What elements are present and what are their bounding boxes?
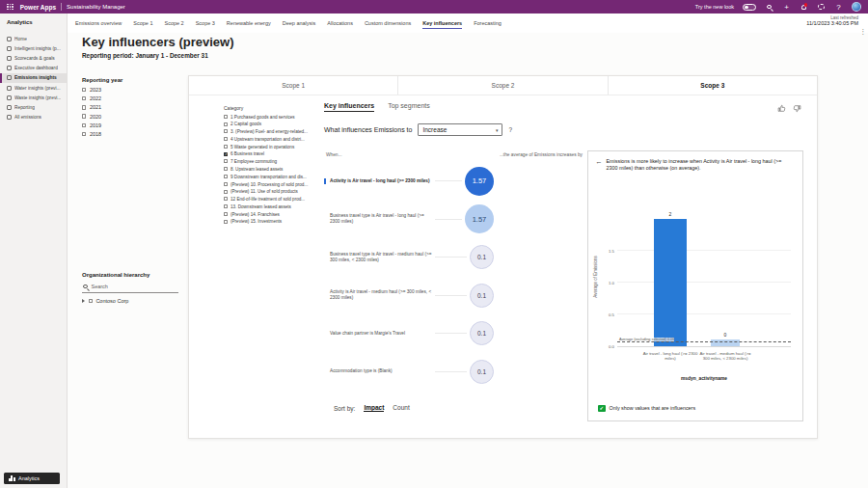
influencer-row-4[interactable]: Activity is Air travel - medium haul (>=… [324, 277, 494, 315]
influencer-bubble[interactable]: 1.57 [465, 167, 494, 196]
scope-tab-scope-2[interactable]: Scope 2 [397, 76, 607, 95]
checkbox-icon[interactable] [82, 123, 86, 127]
thumbs-down-icon[interactable] [793, 104, 801, 113]
category-item-5-waste-generated-in-operation[interactable]: 5 Waste generated in operations [224, 145, 317, 149]
nav-tab-renewable-energy[interactable]: Renewable energy [227, 20, 271, 28]
checkbox-icon[interactable] [224, 145, 228, 149]
influencer-bubble[interactable]: 0.1 [470, 284, 494, 308]
category-item-preview-11-use-of-sold-product[interactable]: (Preview) 11. Use of sold products [224, 189, 317, 194]
nav-tab-scope-1[interactable]: Scope 1 [133, 20, 152, 28]
sidebar-item-water-insights-previ[interactable]: Water insights (previ... [0, 83, 67, 93]
notifications-icon[interactable] [800, 3, 808, 12]
influence-direction-dropdown[interactable]: Increase ▾ [418, 123, 502, 136]
sidebar-item-intelligent-insights-p[interactable]: Intelligent insights (p... [0, 43, 67, 53]
category-item-6-business-travel[interactable]: 6 Business travel [224, 151, 317, 156]
category-item-9-downstream-transportation-an[interactable]: 9 Downstream transportation and dis... [224, 175, 317, 179]
checkbox-icon[interactable] [224, 115, 228, 119]
sidebar-item-home[interactable]: Home [0, 34, 67, 43]
checkbox-icon[interactable] [224, 137, 228, 141]
checkbox-checked-icon[interactable] [224, 152, 228, 156]
category-item-2-capital-goods[interactable]: 2 Capital goods [224, 122, 317, 126]
checkbox-icon[interactable] [89, 299, 93, 303]
chevron-right-icon[interactable] [82, 299, 85, 303]
influencer-bubble[interactable]: 0.1 [470, 321, 494, 345]
sort-option-impact[interactable]: Impact [364, 404, 384, 412]
category-item-13-downstream-leased-assets[interactable]: 13. Downstream leased assets [224, 204, 317, 209]
checkbox-icon[interactable] [224, 204, 228, 208]
checkbox-icon[interactable] [82, 132, 86, 136]
category-item-3-preview-fuel-and-energy-rela[interactable]: 3. (Preview) Fuel- and energy-related... [224, 129, 317, 134]
org-search-input[interactable]: Search [82, 282, 178, 293]
reporting-year-2018[interactable]: 2018 [82, 131, 178, 137]
nav-tab-deep-analysis[interactable]: Deep analysis [283, 20, 316, 28]
sidebar-item-waste-insights-previ[interactable]: Waste insights (previ... [0, 93, 67, 102]
category-item-12-end-of-life-treatment-of-so[interactable]: 12 End-of-life treatment of sold prod... [224, 197, 317, 202]
reporting-year-2023[interactable]: 2023 [82, 87, 178, 93]
influencer-row-2[interactable]: Business travel type is Air travel - lon… [324, 201, 494, 239]
checkbox-icon[interactable] [224, 175, 228, 178]
influencer-row-5[interactable]: Value chain partner is Margie's Travel0.… [324, 314, 494, 353]
checkbox-icon[interactable] [224, 220, 228, 224]
category-item-7-employee-commuting[interactable]: 7 Employee commuting [224, 159, 317, 164]
reporting-year-2019[interactable]: 2019 [82, 122, 178, 128]
checkbox-icon[interactable] [82, 114, 86, 118]
influencer-row-1[interactable]: Activity is Air travel - long haul (>= 2… [324, 162, 494, 201]
category-item-preview-15-investments[interactable]: (Preview) 15. Investments [224, 219, 317, 224]
checkbox-icon[interactable] [224, 190, 228, 194]
tab-top-segments[interactable]: Top segments [388, 102, 430, 112]
tree-item-contoso-corp[interactable]: Contoso Corp [82, 298, 183, 304]
nav-tab-allocations[interactable]: Allocations [327, 20, 353, 28]
influencer-bubble[interactable]: 0.1 [470, 245, 494, 269]
category-item-8-upstream-leased-assets[interactable]: 8. Upstream leased assets [224, 167, 317, 172]
tab-key-influencers[interactable]: Key influencers [324, 102, 374, 112]
settings-icon[interactable] [817, 3, 826, 12]
back-icon[interactable]: ← [595, 158, 603, 173]
checkbox-icon[interactable] [82, 96, 86, 100]
influencer-bubble[interactable]: 1.57 [465, 204, 494, 233]
checkbox-icon[interactable] [82, 88, 86, 92]
help-icon[interactable]: ? [508, 126, 512, 133]
checkbox-icon[interactable] [224, 159, 228, 163]
sort-option-count[interactable]: Count [393, 404, 409, 412]
influencer-bubble[interactable]: 0.1 [470, 360, 494, 384]
checkbox-icon[interactable] [224, 212, 228, 216]
app-name[interactable]: Power Apps [20, 4, 56, 11]
checkbox-icon[interactable] [224, 129, 228, 133]
nav-tab-forecasting[interactable]: Forecasting [474, 20, 502, 28]
sidebar-item-scorecards-goals[interactable]: Scorecards & goals [0, 53, 67, 63]
sidebar-item-reporting[interactable]: Reporting [0, 102, 67, 112]
add-icon[interactable]: + [782, 3, 791, 12]
checkbox-icon[interactable] [82, 105, 86, 109]
scope-tab-scope-1[interactable]: Scope 1 [189, 76, 397, 95]
checkbox-icon[interactable] [224, 182, 228, 186]
category-item-1-purchased-goods-and-services[interactable]: 1 Purchased goods and services [224, 115, 317, 120]
scope-tab-scope-3[interactable]: Scope 3 [608, 76, 817, 95]
influencer-row-3[interactable]: Business travel type is Air travel - med… [324, 238, 494, 277]
category-item-4-upstream-transportation-and-[interactable]: 4 Upstream transportation and distri... [224, 137, 317, 142]
help-icon[interactable]: ? [834, 3, 843, 12]
sidebar-item-all-emissions[interactable]: All emissions [0, 113, 67, 122]
category-item-preview-10-processing-of-sold-[interactable]: (Preview) 10. Processing of sold prod... [224, 182, 317, 187]
search-icon[interactable] [765, 3, 773, 12]
influencer-row-6[interactable]: Accommodation type is (Blank)0.1 [324, 353, 494, 392]
waffle-icon[interactable] [7, 4, 14, 11]
thumbs-up-icon[interactable] [777, 104, 786, 113]
avatar[interactable] [852, 2, 861, 12]
nav-tab-scope-2[interactable]: Scope 2 [164, 20, 183, 28]
category-item-preview-14-franchises[interactable]: (Preview) 14. Franchises [224, 212, 317, 217]
bar-air-travel-long-haul-2300[interactable] [654, 219, 687, 346]
analytics-app-chip[interactable]: Analytics [4, 473, 60, 484]
reporting-year-2020[interactable]: 2020 [82, 114, 178, 120]
nav-tab-key-influencers[interactable]: Key influencers [422, 20, 462, 29]
nav-tab-custom-dimensions[interactable]: Custom dimensions [365, 20, 411, 28]
reporting-year-2022[interactable]: 2022 [82, 95, 178, 101]
checkbox-icon[interactable] [224, 167, 228, 171]
checkbox-icon[interactable] [224, 197, 228, 201]
checkbox-icon[interactable] [224, 122, 228, 126]
nav-tab-emissions-overview[interactable]: Emissions overview [75, 20, 122, 28]
influencers-only-checkbox[interactable]: Only show values that are influencers [598, 405, 695, 413]
sidebar-item-executive-dashboard[interactable]: Executive dashboard [0, 64, 67, 73]
nav-tab-scope-3[interactable]: Scope 3 [196, 20, 215, 28]
sidebar-item-emissions-insights[interactable]: Emissions insights [0, 73, 67, 83]
reporting-year-2021[interactable]: 2021 [82, 104, 178, 110]
